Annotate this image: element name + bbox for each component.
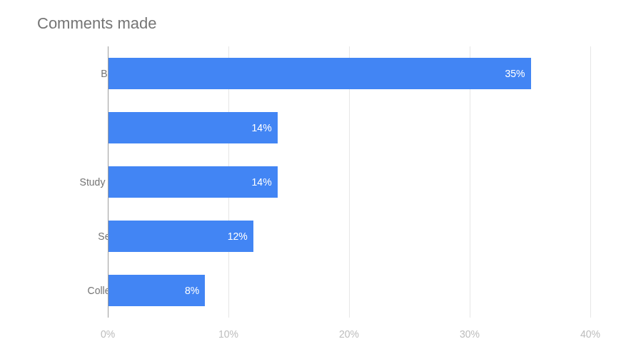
bar-row: 14%: [108, 101, 590, 155]
bar-value-label: 35%: [505, 68, 525, 79]
bar-collections: 8%: [108, 275, 205, 306]
comments-made-chart: Comments made Building Cafe Study Space …: [0, 0, 626, 364]
x-tick-label: 40%: [580, 328, 600, 340]
x-tick-label: 30%: [460, 328, 480, 340]
plot-area: 35% 14% 14% 12% 8%: [108, 46, 590, 318]
bar-study-space: 14%: [108, 166, 278, 198]
bar-cafe: 14%: [108, 112, 278, 143]
bar-row: 35%: [108, 46, 590, 101]
bar-row: 14%: [108, 155, 590, 209]
chart-title: Comments made: [37, 14, 157, 33]
bar-value-label: 14%: [252, 122, 272, 133]
bar-value-label: 14%: [252, 176, 272, 188]
x-tick-label: 0%: [101, 328, 115, 340]
x-tick-label: 20%: [339, 328, 359, 340]
bar-services: 12%: [108, 221, 253, 252]
bar-row: 8%: [108, 263, 590, 318]
x-tick-label: 10%: [218, 328, 238, 340]
bar-row: 12%: [108, 209, 590, 263]
bar-value-label: 12%: [228, 231, 248, 242]
gridline: [590, 46, 591, 318]
bar-building: 35%: [108, 58, 531, 89]
bar-value-label: 8%: [185, 285, 199, 296]
